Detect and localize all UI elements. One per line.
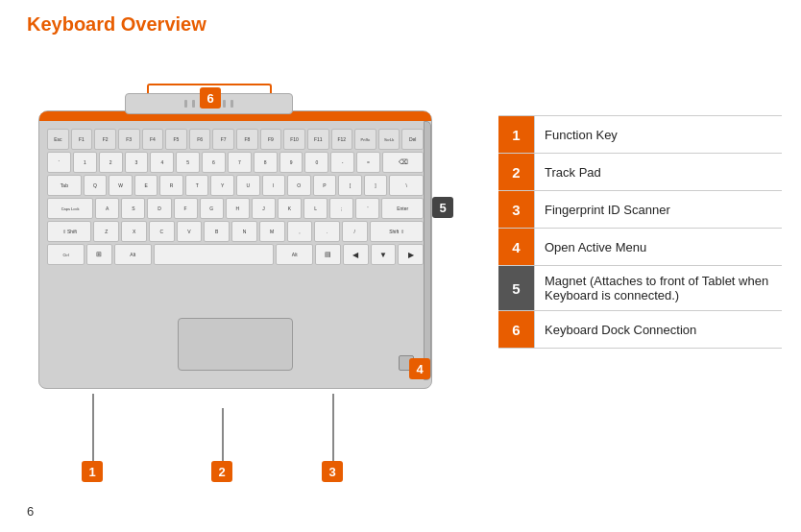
key-del: Del xyxy=(401,129,424,150)
key-f7: F7 xyxy=(212,129,234,150)
key-b: B xyxy=(204,221,230,242)
legend-row-3: 3 Fingerprint ID Scanner xyxy=(498,191,782,229)
key-u: U xyxy=(236,175,260,196)
key-l: L xyxy=(303,198,328,219)
key-2: 2 xyxy=(99,152,123,173)
legend-text-6: Keyboard Dock Connection xyxy=(535,311,782,348)
key-7: 7 xyxy=(228,152,252,173)
key-backslash: \ xyxy=(389,175,424,196)
key-r: R xyxy=(159,175,183,196)
key-comma: , xyxy=(287,221,313,242)
badge-5: 5 xyxy=(432,197,453,218)
legend-text-1: Function Key xyxy=(535,116,782,153)
key-y: Y xyxy=(210,175,234,196)
key-f9: F9 xyxy=(260,129,282,150)
key-d: D xyxy=(147,198,171,219)
key-g: G xyxy=(200,198,224,219)
legend-text-4: Open Active Menu xyxy=(535,229,782,265)
key-v: V xyxy=(177,221,203,242)
key-5: 5 xyxy=(176,152,200,173)
key-shift-left: ⇧ Shift xyxy=(47,221,91,242)
asdf-row: Caps Lock A S D F G H J K L ; ' Enter xyxy=(47,198,424,219)
key-f11: F11 xyxy=(307,129,329,150)
magnet-strip xyxy=(424,121,431,380)
key-capslock: Caps Lock xyxy=(47,198,93,219)
key-esc: Esc xyxy=(47,129,69,150)
key-backspace: ⌫ xyxy=(382,152,424,173)
key-z: Z xyxy=(93,221,119,242)
key-f8: F8 xyxy=(236,129,258,150)
legend-row-5: 5 Magnet (Attaches to front of Tablet wh… xyxy=(498,266,782,311)
key-3: 3 xyxy=(125,152,149,173)
key-e: E xyxy=(134,175,158,196)
key-shift-right: Shift ⇧ xyxy=(370,221,424,242)
key-s: S xyxy=(121,198,145,219)
page-number: 6 xyxy=(27,504,34,519)
key-f5: F5 xyxy=(165,129,187,150)
qwerty-row: Tab Q W E R T Y U I O P [ ] \ xyxy=(47,175,424,196)
key-equals: = xyxy=(356,152,380,173)
bottom-row: Ctrl ⊞ Alt Alt ▤ ◀ ▼ ▶ xyxy=(47,244,424,265)
key-alt-right: Alt xyxy=(276,244,313,265)
key-f6: F6 xyxy=(189,129,211,150)
key-arrow-right: ▶ xyxy=(398,244,424,265)
legend-text-2: Track Pad xyxy=(535,154,782,190)
key-semicolon: ; xyxy=(329,198,353,219)
key-h: H xyxy=(226,198,250,219)
key-scrlk: ScrLk xyxy=(378,129,400,150)
callout-line-2 xyxy=(222,408,224,461)
key-i: I xyxy=(262,175,286,196)
badge-3: 3 xyxy=(322,461,343,482)
badge-6: 6 xyxy=(200,87,221,109)
badge-4: 4 xyxy=(409,358,430,379)
legend-num-5: 5 xyxy=(498,266,535,310)
key-tab: Tab xyxy=(47,175,82,196)
badge-2: 2 xyxy=(211,461,232,482)
key-1: 1 xyxy=(73,152,97,173)
number-key-row: ` 1 2 3 4 5 6 7 8 9 0 - = ⌫ xyxy=(47,152,424,173)
key-9: 9 xyxy=(279,152,303,173)
legend-num-3: 3 xyxy=(498,191,535,228)
touchpad xyxy=(178,318,293,371)
key-alt-left: Alt xyxy=(114,244,152,265)
key-backtick: ` xyxy=(47,152,71,173)
key-space xyxy=(154,244,274,265)
key-rbracket: ] xyxy=(364,175,388,196)
legend-row-1: 1 Function Key xyxy=(498,115,782,154)
key-o: O xyxy=(287,175,311,196)
key-enter: Enter xyxy=(381,198,424,219)
key-win: ⊞ xyxy=(86,244,112,265)
key-period: . xyxy=(314,221,340,242)
key-8: 8 xyxy=(254,152,278,173)
legend-text-5: Magnet (Attaches to front of Tablet when… xyxy=(535,266,782,310)
key-quote: ' xyxy=(355,198,379,219)
key-k: K xyxy=(278,198,302,219)
key-arrow-down: ▼ xyxy=(371,244,397,265)
key-4: 4 xyxy=(150,152,174,173)
key-minus: - xyxy=(330,152,354,173)
key-q: Q xyxy=(84,175,108,196)
key-f: F xyxy=(174,198,198,219)
badge-1: 1 xyxy=(82,461,103,482)
key-f3: F3 xyxy=(118,129,140,150)
legend-row-6: 6 Keyboard Dock Connection xyxy=(498,311,782,349)
key-t: T xyxy=(185,175,209,196)
keyboard-body: Esc F1 F2 F3 F4 F5 F6 F7 F8 F9 F10 F11 F… xyxy=(38,110,432,389)
legend-num-2: 2 xyxy=(498,154,535,190)
key-slash: / xyxy=(342,221,368,242)
key-n: N xyxy=(231,221,257,242)
key-c: C xyxy=(149,221,175,242)
key-f12: F12 xyxy=(331,129,353,150)
key-6: 6 xyxy=(202,152,226,173)
key-p: P xyxy=(313,175,337,196)
key-area: Esc F1 F2 F3 F4 F5 F6 F7 F8 F9 F10 F11 F… xyxy=(47,129,424,321)
key-ctrl: Ctrl xyxy=(47,244,85,265)
key-x: X xyxy=(121,221,147,242)
callout-line-1 xyxy=(92,394,94,461)
fn-key-row: Esc F1 F2 F3 F4 F5 F6 F7 F8 F9 F10 F11 F… xyxy=(47,129,424,150)
legend-text-3: Fingerprint ID Scanner xyxy=(535,191,782,228)
keyboard-illustration: Esc F1 F2 F3 F4 F5 F6 F7 F8 F9 F10 F11 F… xyxy=(19,53,461,475)
zxcv-row: ⇧ Shift Z X C V B N M , . / Shift ⇧ xyxy=(47,221,424,242)
key-0: 0 xyxy=(304,152,328,173)
key-f1: F1 xyxy=(71,129,93,150)
